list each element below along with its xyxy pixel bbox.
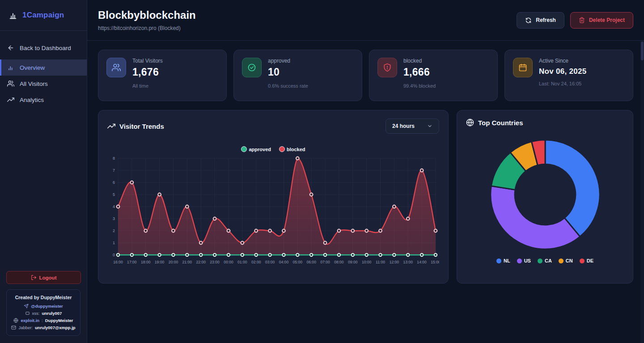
legend-dot — [496, 258, 501, 263]
stat-sub: 99.4% blocked — [403, 83, 436, 89]
delete-project-button[interactable]: Delete Project — [570, 12, 633, 29]
credit-telegram[interactable]: @duppymeister — [9, 304, 77, 309]
stat-label: blocked — [403, 58, 436, 64]
stat-value: 1,666 — [403, 66, 436, 78]
svg-text:10:00: 10:00 — [362, 260, 372, 264]
credits-card: Created by DuppyMeister @duppymeister xs… — [6, 289, 80, 336]
legend-label: CA — [545, 258, 552, 263]
sidebar-item-label: Overview — [20, 64, 45, 71]
users-icon — [7, 80, 14, 87]
stat-label: approved — [268, 58, 308, 64]
svg-text:11:00: 11:00 — [376, 260, 385, 264]
panel-title-text: Top Countries — [478, 119, 523, 127]
legend-label: US — [524, 258, 531, 263]
logout-button[interactable]: Logout — [6, 271, 81, 284]
stat-value: 1,676 — [132, 66, 163, 78]
sidebar-item-back-to-dashboard[interactable]: Back to Dashboard — [0, 40, 87, 56]
svg-text:09:00: 09:00 — [348, 260, 358, 264]
legend-dot — [241, 146, 247, 152]
exploit-value: DuppyMeister — [45, 318, 73, 323]
svg-text:02:00: 02:00 — [251, 260, 261, 264]
country-legend: NLUSCACNDE — [466, 258, 624, 263]
svg-text:3: 3 — [113, 216, 115, 221]
stat-sub: 0.6% success rate — [268, 83, 308, 89]
svg-text:17:00: 17:00 — [127, 260, 137, 264]
svg-text:14:00: 14:00 — [417, 260, 427, 264]
legend-dot — [580, 258, 585, 263]
bar-chart-icon — [7, 64, 14, 71]
credit-jabber: Jabber: unruly007@xmpp.jp — [9, 325, 77, 330]
jabber-value: unruly007@xmpp.jp — [35, 325, 76, 330]
legend-item-approved[interactable]: approved — [241, 146, 271, 152]
stat-card-active-since: Active Since Nov 06, 2025 Last: Nov 24, … — [504, 50, 633, 101]
stat-sub: Last: Nov 24, 16:05 — [539, 81, 587, 86]
trash-icon — [579, 17, 585, 23]
stat-label: Active Since — [539, 58, 587, 64]
svg-text:03:00: 03:00 — [265, 260, 275, 264]
svg-text:8: 8 — [113, 156, 115, 161]
shield-alert-icon — [377, 58, 397, 77]
svg-text:01:00: 01:00 — [237, 260, 247, 264]
frame-icon — [25, 311, 30, 316]
sidebar: 1Campaign Back to Dashboard Overview — [0, 0, 87, 343]
svg-text:4: 4 — [113, 204, 115, 209]
svg-text:08:00: 08:00 — [334, 260, 344, 264]
legend-label: blocked — [287, 147, 305, 152]
time-range-select[interactable]: 24 hours — [386, 119, 439, 134]
legend-item-US[interactable]: US — [517, 258, 531, 263]
svg-text:2: 2 — [113, 229, 115, 233]
xss-value: unruly007 — [42, 311, 62, 316]
top-countries-donut-chart[interactable] — [489, 138, 602, 251]
delete-project-label: Delete Project — [589, 17, 625, 23]
sidebar-item-overview[interactable]: Overview — [0, 59, 87, 76]
telegram-handle: @duppymeister — [31, 304, 63, 309]
xss-label: xss: — [32, 311, 40, 316]
stat-value: 10 — [268, 66, 308, 78]
svg-text:04:00: 04:00 — [279, 260, 289, 264]
trend-legend: approvedblocked — [107, 146, 439, 152]
legend-label: CN — [566, 258, 573, 263]
legend-item-blocked[interactable]: blocked — [279, 146, 305, 152]
stat-card-total-visitors: Total Visitors 1,676 All time — [98, 50, 227, 101]
svg-text:00:00: 00:00 — [224, 260, 233, 264]
scrollbar[interactable] — [640, 41, 644, 343]
svg-text:16:00: 16:00 — [113, 260, 123, 264]
refresh-button[interactable]: Refresh — [517, 12, 564, 29]
refresh-label: Refresh — [536, 17, 556, 23]
svg-text:19:00: 19:00 — [155, 260, 165, 264]
sidebar-item-label: All Visitors — [20, 80, 48, 87]
credit-xss: xss: unruly007 — [9, 311, 77, 316]
legend-item-DE[interactable]: DE — [580, 258, 593, 263]
stat-card-blocked: blocked 1,666 99.4% blocked — [369, 50, 498, 101]
svg-text:20:00: 20:00 — [169, 260, 178, 264]
legend-dot — [559, 258, 564, 263]
app-name: 1Campaign — [22, 11, 64, 20]
bar-chart-logo-icon — [8, 10, 18, 20]
chevron-down-icon — [427, 123, 432, 129]
calendar-icon — [513, 58, 533, 77]
svg-text:7: 7 — [113, 168, 115, 173]
jabber-label: Jabber: — [18, 325, 33, 330]
arrow-left-icon — [7, 44, 14, 51]
legend-item-NL[interactable]: NL — [496, 258, 510, 263]
legend-label: NL — [504, 258, 510, 263]
users-icon — [106, 58, 126, 77]
svg-text:05:00: 05:00 — [293, 260, 303, 264]
legend-item-CA[interactable]: CA — [538, 258, 552, 263]
visitor-trends-chart[interactable]: 01234567816:0017:0018:0019:0020:0021:002… — [107, 154, 439, 267]
legend-item-CN[interactable]: CN — [559, 258, 573, 263]
sidebar-footer: Logout Created by DuppyMeister @duppymei… — [0, 271, 87, 343]
stat-card-approved: approved 10 0.6% success rate — [233, 50, 362, 101]
visitor-trends-panel: Visitor Trends 24 hours approvedblocked … — [98, 110, 449, 284]
page-title: Blockbyblockchain — [98, 9, 196, 21]
sidebar-item-all-visitors[interactable]: All Visitors — [0, 76, 87, 92]
exploit-label: exploit.in — [21, 318, 39, 323]
legend-label: DE — [587, 258, 593, 263]
svg-text:1: 1 — [113, 241, 115, 245]
credit-exploit: exploit.in : DuppyMeister — [9, 318, 77, 323]
telegram-icon — [24, 304, 29, 309]
top-countries-title: Top Countries — [466, 119, 523, 127]
scrollbar-thumb[interactable] — [641, 42, 644, 60]
sidebar-item-analytics[interactable]: Analytics — [0, 92, 87, 108]
svg-text:6: 6 — [113, 180, 115, 185]
